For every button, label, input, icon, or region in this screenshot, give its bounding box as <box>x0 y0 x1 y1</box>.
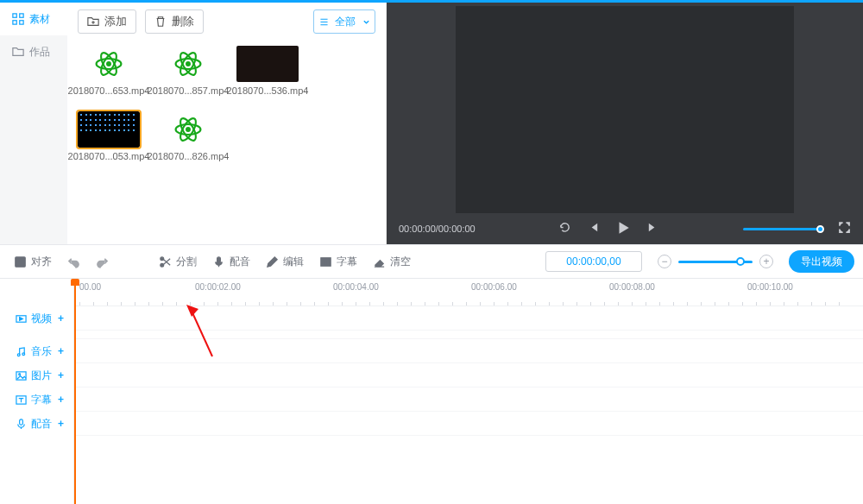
timecode-display[interactable]: 00:00:00,00 <box>545 251 642 272</box>
track-voice[interactable]: 配音+ <box>0 412 73 436</box>
fullscreen-icon <box>838 221 851 234</box>
pencil-icon <box>266 255 279 268</box>
folder-icon <box>12 46 24 58</box>
video-thumb-icon <box>78 111 140 148</box>
svg-rect-1 <box>20 14 23 17</box>
player-controls: 00:00:00/00:00:00 <box>387 213 863 244</box>
svg-rect-2 <box>13 21 16 24</box>
media-item[interactable]: 2018070...536.mp4 <box>236 46 299 96</box>
track-row[interactable] <box>74 339 863 363</box>
media-grid: 2018070...653.mp4 2018070...857.mp4 2018… <box>78 46 375 161</box>
zoom-slider[interactable] <box>678 261 753 263</box>
zoom-out-button[interactable]: − <box>658 255 671 268</box>
timecode-value: 00:00:00,00 <box>566 255 620 268</box>
grid-icon <box>12 13 24 25</box>
track-row[interactable] <box>74 412 863 436</box>
add-button[interactable]: 添加 <box>78 9 136 34</box>
video-stage[interactable] <box>456 6 794 213</box>
export-button[interactable]: 导出视频 <box>789 250 854 273</box>
chevron-down-icon <box>362 18 370 26</box>
prev-button[interactable] <box>587 221 600 236</box>
fullscreen-button[interactable] <box>838 221 851 236</box>
filter-all-button[interactable]: 全部 <box>313 9 375 34</box>
svg-point-23 <box>22 352 25 355</box>
track-row[interactable] <box>74 331 863 339</box>
media-item-label: 2018070...053.mp4 <box>68 151 150 161</box>
media-item-label: 2018070...857.mp4 <box>148 85 230 96</box>
svg-point-22 <box>17 353 20 356</box>
svg-point-7 <box>106 61 111 66</box>
track-music[interactable]: 音乐+ <box>0 339 73 363</box>
ruler-tick: 00.00 <box>79 282 101 292</box>
video-thumb-icon <box>94 49 123 79</box>
time-display: 00:00:00/00:00:00 <box>399 224 476 234</box>
scissors-icon <box>159 255 172 268</box>
timeline-canvas[interactable]: 00.00 00:00:02.00 00:00:04.00 00:00:06.0… <box>74 279 863 504</box>
track-label: 配音 <box>31 417 52 432</box>
align-icon <box>14 255 27 268</box>
text-icon <box>16 394 27 406</box>
image-icon <box>16 370 27 381</box>
button-label: 添加 <box>104 14 127 29</box>
tab-assets[interactable]: 素材 <box>0 3 67 35</box>
tab-works[interactable]: 作品 <box>0 35 67 68</box>
media-item[interactable]: 2018070...857.mp4 <box>157 46 219 96</box>
play-button[interactable] <box>615 220 631 238</box>
align-button[interactable]: 对齐 <box>9 251 57 273</box>
svg-point-17 <box>161 256 164 260</box>
next-button[interactable] <box>646 221 659 236</box>
clear-button[interactable]: 清空 <box>368 251 416 273</box>
track-label: 视频 <box>31 312 52 326</box>
subtitle-button[interactable]: 字幕 <box>314 251 362 273</box>
tool-label: 配音 <box>230 255 250 269</box>
video-icon <box>16 313 27 324</box>
ruler-tick: 00:00:02.00 <box>195 282 241 292</box>
tool-label: 字幕 <box>337 255 357 269</box>
video-thumb-icon <box>173 49 203 79</box>
track-subtitle[interactable]: 字幕+ <box>0 387 73 412</box>
tool-label: 分割 <box>176 255 197 269</box>
track-header-column: 视频+ 音乐+ 图片+ 字幕+ 配音+ <box>0 279 74 504</box>
media-item-label: 2018070...536.mp4 <box>227 85 309 96</box>
svg-point-25 <box>19 373 21 375</box>
track-row[interactable] <box>74 306 863 331</box>
svg-rect-3 <box>20 21 23 24</box>
ruler-tick: 00:00:08.00 <box>609 282 655 292</box>
media-sidebar: 素材 作品 <box>0 3 67 244</box>
svg-rect-0 <box>13 14 16 17</box>
trash-icon <box>154 16 167 28</box>
button-label: 导出视频 <box>801 255 842 268</box>
loop-icon <box>558 221 571 234</box>
media-item[interactable]: 2018070...053.mp4 <box>78 111 140 161</box>
time-ruler[interactable]: 00.00 00:00:02.00 00:00:04.00 00:00:06.0… <box>74 279 863 306</box>
track-image[interactable]: 图片+ <box>0 363 73 387</box>
split-button[interactable]: 分割 <box>154 251 202 273</box>
playhead[interactable] <box>74 279 76 504</box>
track-row[interactable] <box>74 363 863 387</box>
undo-icon <box>67 255 80 268</box>
loop-button[interactable] <box>558 221 571 236</box>
track-label: 音乐 <box>31 344 52 359</box>
media-panel: 素材 作品 添加 删除 全部 <box>0 3 387 244</box>
media-item[interactable]: 2018070...826.mp4 <box>157 111 219 161</box>
volume-slider[interactable] <box>743 228 821 230</box>
track-video[interactable]: 视频+ <box>0 306 73 331</box>
media-item[interactable]: 2018070...653.mp4 <box>78 46 140 96</box>
track-label: 字幕 <box>31 393 52 407</box>
undo-button[interactable] <box>62 252 85 272</box>
mic-icon <box>16 419 27 430</box>
tool-label: 清空 <box>390 255 411 269</box>
video-thumb-icon <box>173 115 203 144</box>
redo-button[interactable] <box>91 252 114 272</box>
play-icon <box>615 220 631 236</box>
skip-fwd-icon <box>646 221 659 234</box>
media-area: 添加 删除 全部 2018070...653.mp4 <box>67 3 386 244</box>
edit-button[interactable]: 编辑 <box>261 251 309 273</box>
delete-button[interactable]: 删除 <box>145 9 204 34</box>
track-row[interactable] <box>74 387 863 412</box>
zoom-control: − + <box>658 255 773 268</box>
svg-point-15 <box>186 127 191 132</box>
voice-button[interactable]: 配音 <box>207 251 255 273</box>
zoom-in-button[interactable]: + <box>759 255 773 268</box>
edit-toolbar: 对齐 分割 配音 编辑 字幕 清空 00:00:00,00 − + 导出视频 <box>0 244 863 279</box>
